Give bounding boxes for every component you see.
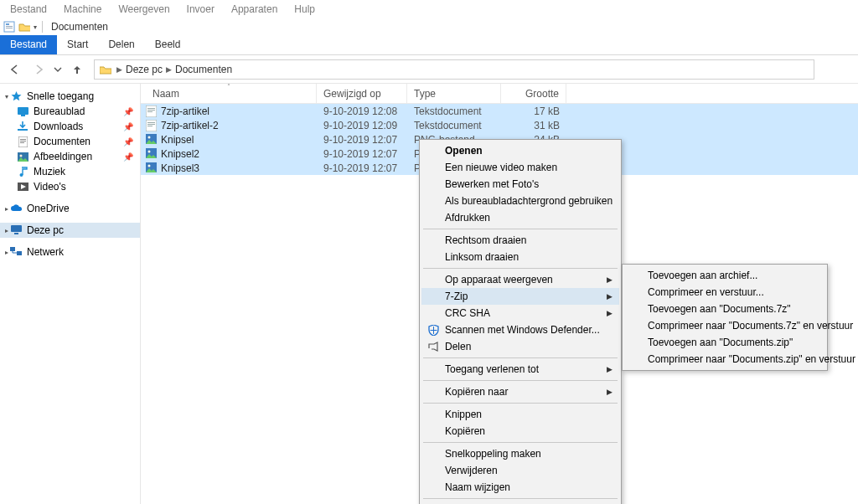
file-name: 7zip-artikel-2 [161, 120, 219, 131]
navitem-quick-access[interactable]: ▾ Snelle toegang [0, 89, 140, 104]
svg-point-32 [148, 164, 151, 167]
chevron-right-icon[interactable]: ▶ [166, 65, 172, 74]
svg-rect-22 [147, 111, 152, 112]
window-title: Documenten [51, 21, 108, 33]
menu-7z-add-7z[interactable]: Toevoegen aan "Documents.7z" [624, 301, 825, 317]
column-size[interactable]: Grootte [501, 84, 566, 103]
recent-locations-button[interactable] [52, 59, 64, 80]
breadcrumb-current[interactable]: Documenten [175, 64, 232, 75]
navigation-pane: ▾ Snelle toegang Bureaublad 📌 Downloads … [0, 84, 141, 504]
download-icon [17, 121, 28, 132]
menu-edit-photos[interactable]: Bewerken met Foto's [421, 176, 619, 193]
properties-icon[interactable] [3, 21, 15, 33]
separator [42, 21, 43, 33]
pc-icon [10, 224, 22, 236]
menu-shortcut[interactable]: Snelkoppeling maken [421, 445, 619, 462]
tab-start[interactable]: Start [57, 35, 98, 54]
column-name[interactable]: ˄ Naam [141, 84, 317, 103]
menu-copy[interactable]: Kopiëren [421, 423, 619, 440]
vm-menu-item[interactable]: Apparaten [228, 2, 281, 17]
navitem-music[interactable]: Muziek [0, 164, 140, 179]
forward-button[interactable] [28, 59, 49, 80]
menu-7z-add-archive[interactable]: Toevoegen aan archief... [624, 267, 825, 284]
navitem-downloads[interactable]: Downloads 📌 [0, 119, 140, 134]
up-button[interactable] [67, 59, 87, 80]
svg-point-30 [148, 150, 151, 152]
menu-7z-compress-zip-send[interactable]: Comprimeer naar "Documents.zip" en verst… [624, 351, 825, 368]
menu-share[interactable]: Delen [421, 338, 619, 355]
ribbon-tabs: Bestand Start Delen Beeld [0, 35, 858, 55]
qat-customize-icon[interactable]: ▾ [34, 23, 37, 31]
menu-7zip[interactable]: 7-Zip▶ [421, 288, 619, 305]
navitem-documents[interactable]: Documenten 📌 [0, 134, 140, 149]
pictures-icon [17, 151, 28, 162]
menu-new-video[interactable]: Een nieuwe video maken [421, 159, 619, 176]
chevron-down-icon[interactable]: ▾ [5, 93, 8, 100]
image-file-icon [146, 162, 158, 174]
menu-cut[interactable]: Knippen [421, 406, 619, 423]
music-icon [17, 166, 28, 177]
tab-bestand[interactable]: Bestand [0, 35, 57, 54]
pin-icon: 📌 [123, 122, 133, 131]
tab-delen[interactable]: Delen [98, 35, 144, 54]
menu-give-access[interactable]: Toegang verlenen tot▶ [421, 361, 619, 378]
navitem-desktop[interactable]: Bureaublad 📌 [0, 104, 140, 119]
text-file-icon [146, 120, 158, 131]
file-modified: 9-10-2019 12:07 [317, 162, 407, 174]
menu-7z-compress-send[interactable]: Comprimeer en verstuur... [624, 284, 825, 301]
star-icon [10, 90, 22, 102]
column-type[interactable]: Type [407, 84, 501, 103]
new-folder-icon[interactable] [18, 21, 30, 33]
chevron-right-icon: ▶ [607, 365, 612, 373]
titlebar: ▾ Documenten [0, 18, 858, 35]
menu-delete[interactable]: Verwijderen [421, 462, 619, 479]
svg-point-28 [148, 136, 151, 138]
navitem-network[interactable]: ▸ Netwerk [0, 244, 140, 260]
address-bar[interactable]: ▶ Deze pc ▶ Documenten [94, 59, 814, 80]
file-row[interactable]: 7zip-artikel9-10-2019 12:08Tekstdocument… [141, 104, 858, 118]
tab-beeld[interactable]: Beeld [145, 35, 191, 54]
file-type: Tekstdocument [407, 120, 501, 131]
vm-menu-item[interactable]: Bestand [7, 2, 50, 17]
desktop-icon [17, 105, 28, 117]
svg-rect-16 [14, 233, 18, 234]
vm-menu-item[interactable]: Weergeven [115, 2, 173, 17]
menu-rotate-left[interactable]: Linksom draaien [421, 249, 619, 265]
chevron-right-icon[interactable]: ▸ [5, 249, 8, 256]
vm-menu-item[interactable]: Machine [60, 2, 105, 17]
menu-defender[interactable]: Scannen met Windows Defender... [421, 321, 619, 338]
menu-print[interactable]: Afdrukken [421, 209, 619, 226]
breadcrumb-root[interactable]: Deze pc [126, 64, 163, 75]
column-modified[interactable]: Gewijzigd op [317, 84, 407, 103]
vm-menu-item[interactable]: Hulp [291, 2, 318, 17]
file-row[interactable]: 7zip-artikel-29-10-2019 12:09Tekstdocume… [141, 118, 858, 132]
menu-open[interactable]: Openen [421, 142, 619, 159]
vm-menu-item[interactable]: Invoer [183, 2, 218, 17]
menu-copy-to[interactable]: Kopiëren naar▶ [421, 383, 619, 400]
image-file-icon [146, 134, 158, 146]
navitem-pictures[interactable]: Afbeeldingen 📌 [0, 149, 140, 164]
file-name: 7zip-artikel [161, 105, 209, 117]
menu-rename[interactable]: Naam wijzigen [421, 479, 619, 496]
file-modified: 9-10-2019 12:08 [317, 105, 407, 117]
svg-rect-26 [147, 126, 152, 126]
navitem-this-pc[interactable]: ▸ Deze pc [0, 223, 140, 238]
vm-menubar: Bestand Machine Weergeven Invoer Apparat… [0, 0, 858, 18]
back-button[interactable] [5, 59, 25, 80]
menu-rotate-right[interactable]: Rechtsom draaien [421, 232, 619, 249]
context-menu: Openen Een nieuwe video maken Bewerken m… [419, 139, 622, 504]
menu-set-wallpaper[interactable]: Als bureaubladachtergrond gebruiken [421, 193, 619, 209]
chevron-right-icon[interactable]: ▶ [116, 65, 122, 74]
svg-rect-3 [6, 28, 13, 28]
menu-7z-add-zip[interactable]: Toevoegen aan "Documents.zip" [624, 334, 825, 351]
navitem-videos[interactable]: Video's [0, 179, 140, 194]
chevron-right-icon[interactable]: ▸ [5, 227, 8, 234]
svg-rect-10 [20, 142, 24, 143]
menu-crc-sha[interactable]: CRC SHA▶ [421, 305, 619, 321]
navitem-onedrive[interactable]: ▸ OneDrive [0, 201, 140, 216]
menu-cast[interactable]: Op apparaat weergeven▶ [421, 271, 619, 288]
chevron-right-icon[interactable]: ▸ [5, 205, 8, 213]
svg-point-13 [19, 173, 23, 177]
cloud-icon [10, 203, 22, 214]
menu-7z-compress-7z-send[interactable]: Comprimeer naar "Documents.7z" en verstu… [624, 317, 825, 334]
